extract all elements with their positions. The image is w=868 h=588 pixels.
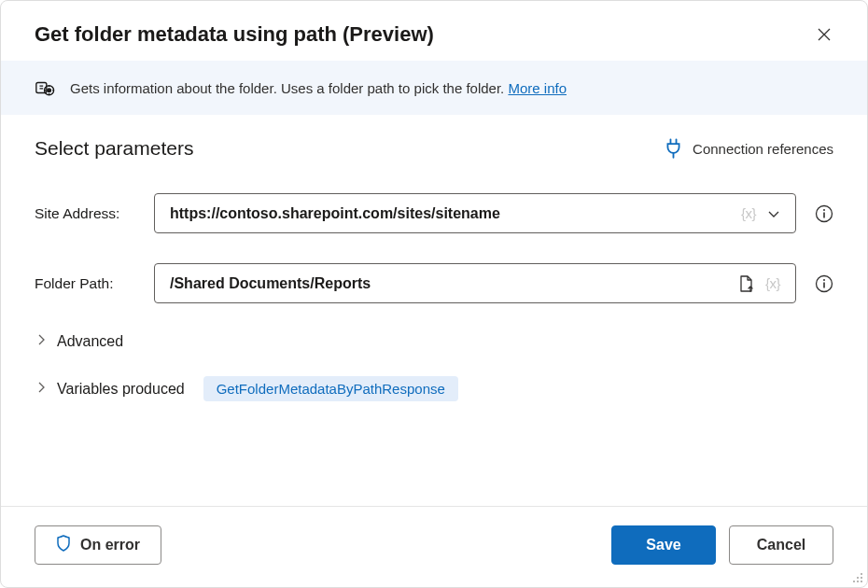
dialog: Get folder metadata using path (Preview)… — [0, 0, 868, 588]
site-help-button[interactable] — [815, 204, 833, 223]
site-dropdown-button[interactable] — [762, 206, 786, 221]
variable-token[interactable]: GetFolderMetadataByPathResponse — [203, 376, 458, 401]
shield-icon — [56, 535, 71, 555]
more-info-link[interactable]: More info — [508, 80, 567, 96]
svg-point-2 — [48, 89, 51, 92]
variable-token-button[interactable]: {x} — [760, 275, 786, 291]
section-header: Select parameters Connection references — [35, 137, 833, 160]
on-error-button[interactable]: On error — [35, 525, 161, 565]
variables-label: Variables produced — [57, 381, 185, 398]
chevron-right-icon — [35, 333, 48, 350]
site-address-input-wrap[interactable]: {x} — [154, 193, 796, 233]
save-button[interactable]: Save — [611, 525, 716, 565]
folder-path-input[interactable] — [168, 264, 734, 302]
action-icon — [35, 77, 55, 98]
plug-icon — [665, 138, 681, 159]
folder-help-button[interactable] — [815, 274, 833, 293]
site-address-row: Site Address: {x} — [35, 193, 833, 233]
variables-row: Variables produced GetFolderMetadataByPa… — [35, 376, 833, 401]
svg-rect-5 — [823, 212, 825, 217]
svg-rect-8 — [823, 282, 825, 287]
chevron-right-icon — [35, 381, 48, 398]
cancel-button[interactable]: Cancel — [729, 525, 833, 565]
body: Select parameters Connection references … — [1, 115, 867, 506]
info-text: Gets information about the folder. Uses … — [70, 80, 508, 96]
site-address-label: Site Address: — [35, 205, 135, 222]
advanced-label: Advanced — [57, 333, 123, 350]
svg-point-13 — [857, 581, 859, 582]
connection-references-label: Connection references — [693, 141, 833, 157]
footer: On error Save Cancel — [1, 506, 867, 587]
info-bar: Gets information about the folder. Uses … — [1, 61, 867, 115]
chevron-down-icon — [766, 206, 781, 221]
svg-point-14 — [853, 581, 855, 582]
section-title: Select parameters — [35, 137, 193, 160]
info-icon — [815, 274, 833, 293]
variables-expander[interactable]: Variables produced — [35, 381, 185, 398]
on-error-label: On error — [80, 537, 140, 553]
close-button[interactable] — [811, 21, 837, 48]
info-text-container: Gets information about the folder. Uses … — [70, 80, 567, 96]
svg-point-11 — [861, 581, 862, 582]
footer-buttons: Save Cancel — [611, 525, 833, 565]
svg-point-7 — [823, 279, 825, 281]
folder-path-label: Folder Path: — [35, 275, 135, 292]
advanced-expander[interactable]: Advanced — [35, 333, 833, 350]
resize-grip[interactable] — [850, 570, 863, 583]
folder-picker-button[interactable] — [734, 274, 760, 293]
info-icon — [815, 204, 833, 223]
site-address-input[interactable] — [168, 194, 735, 232]
svg-point-12 — [857, 577, 859, 579]
folder-path-row: Folder Path: {x} — [35, 263, 833, 303]
dialog-title: Get folder metadata using path (Preview) — [35, 22, 434, 47]
svg-point-9 — [861, 573, 862, 575]
svg-point-10 — [861, 577, 862, 579]
folder-path-input-wrap[interactable]: {x} — [154, 263, 796, 303]
file-picker-icon — [738, 274, 755, 293]
svg-point-4 — [823, 209, 825, 211]
connection-references-button[interactable]: Connection references — [665, 138, 833, 159]
variable-token-button[interactable]: {x} — [735, 205, 762, 221]
close-icon — [817, 27, 832, 42]
header: Get folder metadata using path (Preview) — [1, 1, 867, 61]
